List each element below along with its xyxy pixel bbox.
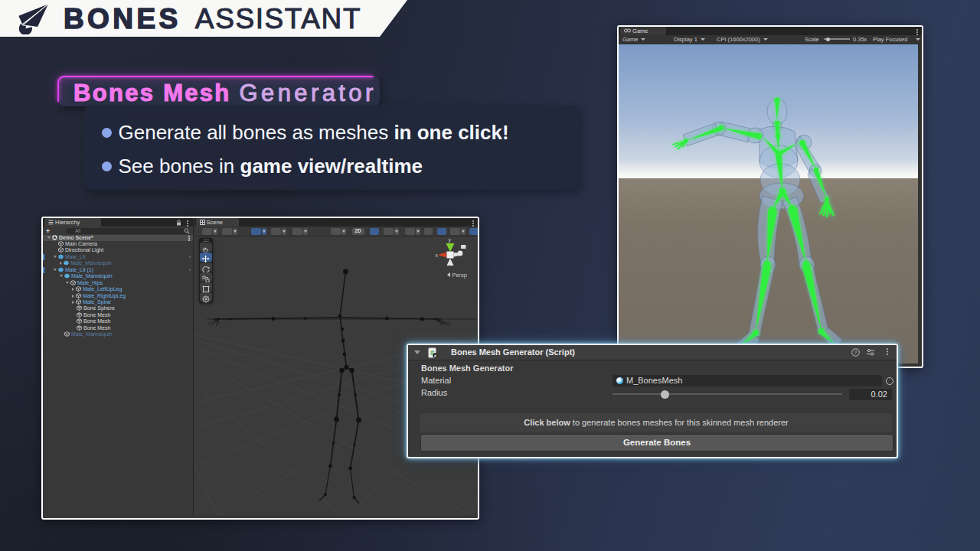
svg-text:y: y bbox=[448, 237, 451, 243]
svg-text:x: x bbox=[435, 253, 438, 258]
svg-text:?: ? bbox=[854, 350, 858, 355]
